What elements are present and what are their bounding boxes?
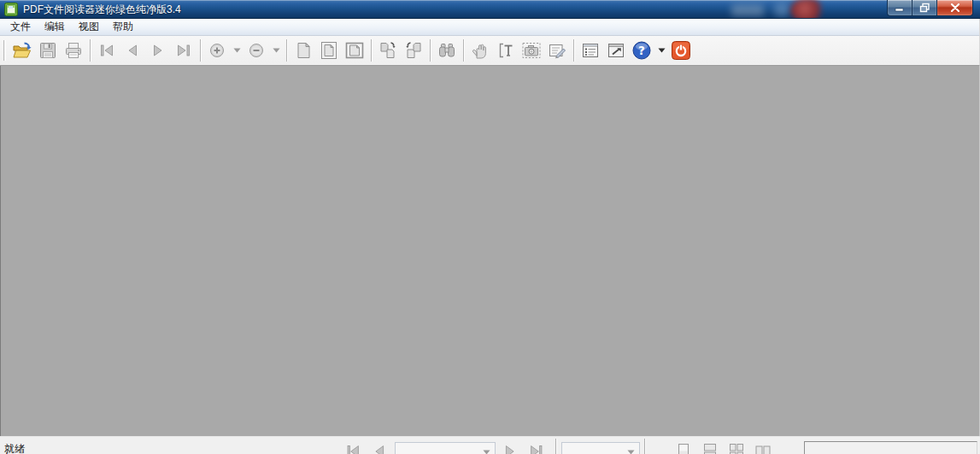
full-screen-button[interactable] (603, 38, 629, 63)
aero-blur-artifact (790, 0, 824, 19)
first-page-button[interactable] (94, 38, 120, 63)
toolbar-separator (286, 39, 287, 62)
show-bookmarks-panel-button[interactable] (578, 38, 603, 63)
aero-blur-artifact (773, 2, 790, 17)
fit-page-icon (319, 40, 339, 61)
folder-open-icon (12, 40, 32, 61)
toolbar-grip[interactable] (3, 40, 6, 61)
pdf-reader-app-icon (4, 3, 18, 16)
document-view-area[interactable] (0, 66, 980, 436)
previous-page-button[interactable] (120, 38, 145, 63)
text-select-icon (496, 40, 516, 61)
last-page-button[interactable] (171, 38, 197, 63)
fit-width-icon (344, 40, 365, 61)
rotate-clockwise-button[interactable] (375, 38, 401, 63)
help-button[interactable]: ? (629, 38, 654, 63)
menu-file[interactable]: 文件 (3, 18, 38, 36)
status-bar: 就绪 (0, 436, 980, 454)
fit-width-button[interactable] (342, 38, 367, 63)
continuous-view-button[interactable] (699, 440, 721, 454)
toolbar-separator (200, 39, 201, 62)
toolbar-separator (430, 39, 431, 62)
actual-size-button[interactable] (290, 38, 316, 63)
menu-bar: 文件 编辑 视图 帮助 (0, 19, 980, 36)
continuous-facing-view-icon (726, 441, 747, 454)
restore-icon (919, 3, 930, 13)
previous-page-icon (122, 40, 143, 61)
zoom-in-icon (207, 40, 227, 61)
zoom-out-button[interactable] (244, 38, 269, 63)
toolbar-separator (371, 39, 372, 62)
fit-page-button[interactable] (316, 38, 342, 63)
chevron-down-icon (233, 48, 241, 53)
open-button[interactable] (9, 38, 35, 63)
chevron-down-icon (627, 450, 635, 454)
menu-help[interactable]: 帮助 (106, 18, 140, 36)
statusbar-info-panel (804, 441, 977, 454)
zoom-out-icon (246, 40, 267, 61)
annotate-button[interactable] (544, 38, 570, 63)
exit-button[interactable] (668, 38, 694, 63)
save-button[interactable] (35, 38, 61, 63)
zoom-level-combobox[interactable] (561, 442, 640, 454)
help-icon: ? (631, 40, 652, 61)
toolbar-separator (463, 39, 464, 62)
title-bar[interactable]: PDF文件阅读器迷你绿色纯净版3.4 (0, 0, 980, 19)
hand-tool-button[interactable] (467, 38, 493, 63)
chevron-down-icon (483, 450, 490, 454)
titlebar-shine (0, 0, 980, 1)
last-page-icon (173, 40, 194, 61)
exit-power-icon (671, 40, 691, 61)
close-button[interactable] (937, 0, 973, 16)
single-page-view-button[interactable] (672, 440, 695, 454)
last-page-button-bottom[interactable] (525, 439, 549, 454)
menu-edit[interactable]: 编辑 (38, 18, 72, 36)
svg-text:?: ? (638, 44, 645, 57)
main-toolbar: ? (0, 36, 980, 66)
pdf-reader-window: PDF文件阅读器迷你绿色纯净版3.4 文件 编辑 视图 (0, 0, 980, 454)
chevron-down-icon (273, 48, 280, 53)
next-page-button-bottom[interactable] (498, 439, 522, 454)
snapshot-tool-button[interactable] (519, 38, 544, 63)
zoom-in-options-button[interactable] (230, 38, 244, 63)
print-button[interactable] (61, 38, 86, 63)
window-title: PDF文件阅读器迷你绿色纯净版3.4 (23, 3, 181, 17)
maximize-button[interactable] (913, 0, 937, 16)
close-icon (950, 3, 960, 12)
print-icon (63, 40, 84, 61)
find-button[interactable] (434, 38, 460, 63)
next-page-icon (501, 442, 519, 454)
hand-icon (470, 40, 490, 61)
continuous-facing-view-button[interactable] (725, 440, 748, 454)
next-page-button[interactable] (145, 38, 171, 63)
first-page-icon (97, 40, 117, 61)
rotate-pages-ccw-icon (403, 40, 424, 61)
continuous-view-icon (700, 441, 720, 454)
aero-blur-artifact (731, 4, 764, 16)
previous-page-button-bottom[interactable] (367, 439, 391, 454)
save-icon (38, 40, 58, 61)
page-number-combobox[interactable] (395, 442, 496, 454)
last-page-icon (527, 442, 546, 454)
toolbar-separator (573, 39, 574, 62)
first-page-icon (343, 442, 362, 454)
rotate-counterclockwise-button[interactable] (401, 38, 426, 63)
facing-view-button[interactable] (752, 440, 774, 454)
minimize-button[interactable] (887, 0, 913, 16)
minimize-icon (895, 3, 905, 12)
window-controls (887, 0, 973, 16)
first-page-button-bottom[interactable] (341, 439, 365, 454)
text-select-tool-button[interactable] (493, 38, 519, 63)
zoom-out-options-button[interactable] (269, 38, 283, 63)
menu-view[interactable]: 视图 (72, 18, 106, 36)
help-options-button[interactable] (654, 38, 668, 63)
single-page-view-icon (673, 441, 694, 454)
next-page-icon (148, 40, 168, 61)
rotate-pages-cw-icon (378, 40, 398, 61)
statusbar-separator (555, 439, 556, 454)
zoom-in-button[interactable] (204, 38, 230, 63)
full-screen-icon (606, 40, 626, 61)
status-text: 就绪 (4, 442, 25, 454)
statusbar-separator (644, 439, 645, 454)
snapshot-camera-icon (521, 40, 542, 61)
